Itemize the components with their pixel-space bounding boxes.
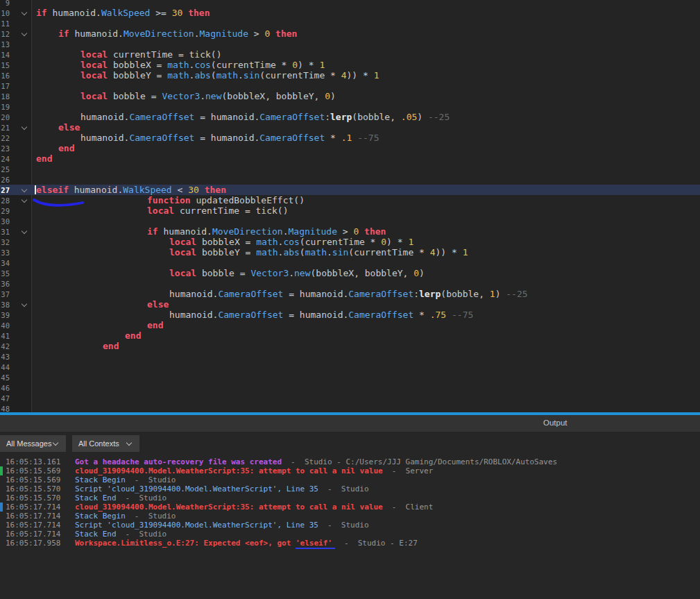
code-line[interactable]: 10if humanoid.WalkSpeed >= 30 then bbox=[0, 8, 700, 18]
code-line[interactable]: 15local bobbleX = math.cos(currentTime *… bbox=[0, 60, 700, 70]
timestamp: 16:05:17.714 bbox=[6, 503, 60, 512]
fold-chevron-icon[interactable] bbox=[22, 198, 28, 204]
client-indicator-bar bbox=[0, 503, 3, 512]
fold-chevron-icon[interactable] bbox=[22, 125, 28, 131]
output-message-row[interactable]: 16:05:15.570Stack End- Studio bbox=[0, 493, 700, 503]
code-text: end bbox=[103, 341, 119, 351]
code-line[interactable]: 27elseif humanoid.WalkSpeed < 30 then bbox=[0, 185, 700, 195]
output-message-row[interactable]: 16:05:17.958Workspace.Limitless_o.E:27: … bbox=[0, 539, 700, 548]
code-line[interactable]: 45 bbox=[0, 372, 700, 382]
code-text: humanoid.CameraOffset = humanoid.CameraO… bbox=[169, 310, 473, 319]
line-number: 27 bbox=[0, 186, 10, 194]
line-number: 38 bbox=[0, 301, 10, 309]
line-number: 36 bbox=[0, 280, 10, 288]
code-text: if humanoid.MoveDirection.Magnitude > 0 … bbox=[147, 227, 386, 236]
output-title: Output bbox=[543, 415, 567, 431]
code-line[interactable]: 17 bbox=[0, 81, 700, 91]
code-line[interactable]: 40end bbox=[0, 320, 700, 330]
output-message-row[interactable]: 16:05:13.161Got a headache auto-recovery… bbox=[0, 457, 700, 466]
fold-chevron-icon[interactable] bbox=[22, 229, 28, 235]
code-line[interactable]: 33local bobbleY = math.abs(math.sin(curr… bbox=[0, 247, 700, 258]
code-line[interactable]: 38else bbox=[0, 299, 700, 310]
line-number: 35 bbox=[0, 269, 10, 278]
code-line[interactable]: 30 bbox=[0, 216, 700, 226]
code-line[interactable]: 36 bbox=[0, 278, 700, 289]
timestamp: 16:05:17.958 bbox=[6, 539, 60, 548]
line-number: 22 bbox=[0, 134, 10, 142]
code-text: local currentTime = tick() bbox=[80, 50, 222, 59]
code-text: local bobble = Vector3.new(bobbleX, bobb… bbox=[80, 92, 336, 101]
line-number: 41 bbox=[0, 332, 10, 340]
code-line[interactable]: 37humanoid.CameraOffset = humanoid.Camer… bbox=[0, 289, 700, 299]
line-number: 17 bbox=[0, 82, 10, 90]
line-number: 40 bbox=[0, 321, 10, 330]
line-number: 23 bbox=[0, 144, 10, 153]
code-line[interactable]: 12if humanoid.MoveDirection.Magnitude > … bbox=[0, 28, 700, 39]
contexts-filter-dropdown[interactable]: All Contexts bbox=[72, 435, 139, 452]
line-number: 11 bbox=[0, 19, 10, 28]
fold-chevron-icon[interactable] bbox=[22, 302, 28, 308]
fold-chevron-icon[interactable] bbox=[22, 10, 28, 17]
timestamp: 16:05:17.714 bbox=[6, 530, 60, 539]
line-number: 34 bbox=[0, 259, 10, 267]
code-line[interactable]: 16local bobbleY = math.abs(math.sin(curr… bbox=[0, 70, 700, 81]
code-line[interactable]: 29local currentTime = tick() bbox=[0, 205, 700, 216]
code-line[interactable]: 19 bbox=[0, 101, 700, 112]
message-source: - Studio bbox=[117, 493, 167, 503]
code-line[interactable]: 9 bbox=[0, 0, 700, 8]
code-line[interactable]: 28function updatedBobbleEffct() bbox=[0, 195, 700, 205]
code-line[interactable]: 13 bbox=[0, 39, 700, 49]
code-line[interactable]: 11 bbox=[0, 18, 700, 28]
code-line[interactable]: 44 bbox=[0, 362, 700, 372]
code-text: end bbox=[58, 144, 74, 153]
code-line[interactable]: 42end bbox=[0, 341, 700, 351]
code-line[interactable]: 14local currentTime = tick() bbox=[0, 49, 700, 60]
output-message-row[interactable]: 16:05:17.714Stack End- Studio bbox=[0, 530, 700, 539]
line-number: 45 bbox=[0, 373, 10, 382]
line-number: 32 bbox=[0, 238, 10, 246]
code-line[interactable]: 24end bbox=[0, 153, 700, 164]
fold-chevron-icon[interactable] bbox=[22, 31, 28, 37]
message-text: Script 'cloud_319094400.Model.WeatherScr… bbox=[75, 484, 369, 493]
line-number: 19 bbox=[0, 103, 10, 111]
message-text: cloud_319094400.Model.WeatherScript:35: … bbox=[75, 466, 433, 475]
code-line[interactable]: 43 bbox=[0, 351, 700, 362]
code-line[interactable]: 47 bbox=[0, 393, 700, 403]
code-line[interactable]: 32local bobbleX = math.cos(currentTime *… bbox=[0, 237, 700, 247]
output-message-row[interactable]: 16:05:15.569Stack Begin- Studio bbox=[0, 475, 700, 484]
code-line[interactable]: 48 bbox=[0, 403, 700, 412]
output-message-row[interactable]: 16:05:17.714Stack Begin- Studio bbox=[0, 512, 700, 521]
line-number: 44 bbox=[0, 363, 10, 371]
line-number: 20 bbox=[0, 113, 10, 121]
code-line[interactable]: 23end bbox=[0, 143, 700, 153]
output-titlebar[interactable]: Output bbox=[0, 415, 700, 432]
timestamp: 16:05:17.714 bbox=[6, 512, 60, 521]
code-line[interactable]: 35local bobble = Vector3.new(bobbleX, bo… bbox=[0, 268, 700, 278]
output-panel: All Messages All Contexts 16:05:13.161Go… bbox=[0, 432, 700, 599]
code-line[interactable]: 46 bbox=[0, 382, 700, 393]
script-editor[interactable]: 910if humanoid.WalkSpeed >= 30 then1112i… bbox=[0, 0, 700, 412]
code-line[interactable]: 39humanoid.CameraOffset = humanoid.Camer… bbox=[0, 310, 700, 320]
output-message-row[interactable]: 16:05:17.714cloud_319094400.Model.Weathe… bbox=[0, 503, 700, 512]
message-text: Stack Begin- Studio bbox=[75, 475, 176, 484]
code-text: humanoid.CameraOffset = humanoid.CameraO… bbox=[169, 289, 528, 298]
messages-filter-dropdown[interactable]: All Messages bbox=[0, 435, 66, 452]
timestamp: 16:05:15.570 bbox=[6, 493, 60, 503]
code-line[interactable]: 21else bbox=[0, 122, 700, 133]
code-line[interactable]: 18local bobble = Vector3.new(bobbleX, bo… bbox=[0, 91, 700, 101]
output-message-row[interactable]: 16:05:17.714Script 'cloud_319094400.Mode… bbox=[0, 521, 700, 530]
contexts-filter-label: All Contexts bbox=[78, 435, 119, 452]
message-source: - Studio - E:27 bbox=[335, 539, 418, 548]
code-text: local bobbleX = math.cos(currentTime * 0… bbox=[80, 60, 325, 69]
code-line[interactable]: 31if humanoid.MoveDirection.Magnitude > … bbox=[0, 226, 700, 237]
code-line[interactable]: 26 bbox=[0, 174, 700, 185]
code-line[interactable]: 22humanoid.CameraOffset = humanoid.Camer… bbox=[0, 133, 700, 143]
code-line[interactable]: 41end bbox=[0, 330, 700, 341]
line-number: 29 bbox=[0, 207, 10, 215]
code-line[interactable]: 20humanoid.CameraOffset = humanoid.Camer… bbox=[0, 112, 700, 122]
code-line[interactable]: 34 bbox=[0, 258, 700, 268]
code-line[interactable]: 25 bbox=[0, 164, 700, 174]
output-message-row[interactable]: 16:05:15.570Script 'cloud_319094400.Mode… bbox=[0, 484, 700, 493]
fold-chevron-icon[interactable] bbox=[22, 187, 28, 194]
output-message-row[interactable]: 16:05:15.569cloud_319094400.Model.Weathe… bbox=[0, 466, 700, 475]
